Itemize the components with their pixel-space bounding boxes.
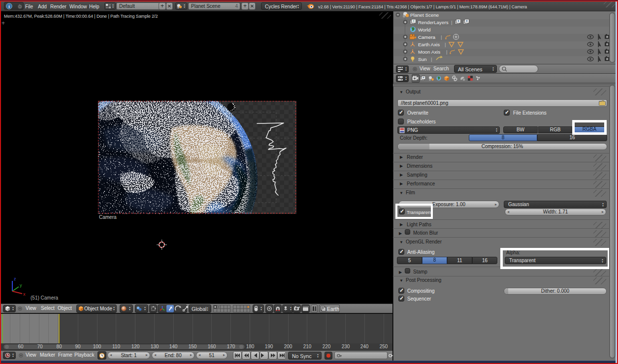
svg-text:|: |	[446, 49, 448, 55]
svg-text:|: |	[431, 57, 432, 62]
svg-text:|: |	[441, 34, 442, 40]
svg-text:Camera: Camera	[418, 34, 435, 40]
svg-text:|: |	[445, 42, 446, 47]
svg-text:Earth Axis: Earth Axis	[418, 42, 440, 47]
svg-text:+: +	[298, 305, 300, 308]
svg-text:y: y	[20, 283, 22, 288]
svg-text:World: World	[418, 27, 430, 32]
svg-text:Planet Scene: Planet Scene	[410, 12, 439, 18]
svg-text:x: x	[23, 292, 26, 297]
svg-text:Sun: Sun	[418, 57, 426, 62]
svg-text:|: |	[451, 20, 453, 25]
svg-text:RenderLayers: RenderLayers	[418, 20, 449, 25]
svg-text:z: z	[14, 276, 16, 281]
svg-text:Moon Axis: Moon Axis	[418, 49, 440, 55]
